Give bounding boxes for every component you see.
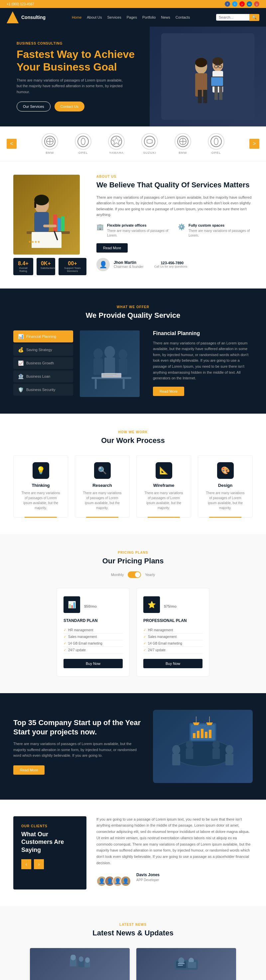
process-step-thinking-desc: There are many variations of passages of… (20, 490, 61, 511)
person-title: Chairman & founder (114, 265, 144, 269)
nav-links: Home About Us Services Pages Portfolio N… (72, 15, 190, 19)
twitter-icon[interactable]: t (232, 1, 238, 6)
brand-logo-opel-1 (75, 133, 92, 150)
hero-contact-button[interactable]: Contact Us (55, 102, 84, 111)
process-step-design: 🎨 Design There are many variations of pa… (198, 455, 253, 517)
process-step-research-desc: There are many variations of passages of… (82, 490, 123, 511)
read-more-button[interactable]: Read More (97, 243, 128, 253)
plan-professional-name: PROFESSIONAL PLAN (143, 618, 203, 623)
logo[interactable]: Consulting (7, 11, 46, 23)
svg-point-68 (225, 745, 233, 754)
services-tabs: 📊 Financial Planning 💰 Saving Strategy 📈… (13, 331, 73, 397)
cta-title-line1: Top 35 Company Start up of the Year (13, 718, 141, 727)
services-visual (80, 331, 140, 397)
svg-rect-59 (201, 729, 204, 738)
feature-offices-text: Flexible private offices There are many … (107, 223, 171, 238)
service-detail-title: Financial Planning (153, 331, 253, 336)
svg-rect-69 (225, 754, 233, 765)
svg-rect-85 (178, 963, 185, 964)
about-image-col: ★★★★ 8.4+ Overall Rating 0K+ Satisfactio… (13, 175, 87, 275)
standard-feature-4: 24/7 update (63, 647, 123, 654)
nav-news[interactable]: News (161, 15, 170, 19)
service-tab-financial[interactable]: 📊 Financial Planning (13, 331, 73, 342)
standard-feature-3: 14 GB Email marketing (63, 640, 123, 647)
offices-icon: 🏢 (97, 223, 104, 231)
process-step-thinking-title: Thinking (20, 483, 61, 488)
service-tab-saving[interactable]: 💰 Saving Strategy (13, 344, 73, 356)
brands-prev-button[interactable]: < (7, 139, 17, 149)
loan-icon: 🏦 (18, 374, 24, 379)
professional-feature-1: HR management (143, 627, 203, 633)
youtube-icon[interactable]: y (239, 1, 245, 6)
standard-buy-button[interactable]: Buy Now (63, 659, 123, 668)
pricing-card-standard: 📊 $50/mo STANDARD PLAN HR management Sal… (57, 588, 130, 676)
cta-read-more-button[interactable]: Read More (13, 765, 44, 775)
growth-icon: 📈 (18, 360, 24, 366)
nav-pages[interactable]: Pages (127, 15, 137, 19)
googleplus-icon[interactable]: g (254, 1, 259, 6)
stat-team-number: 00+ (62, 261, 82, 267)
brand-suzuki: SUZUKI (136, 133, 163, 154)
person-info: Jhon Martin Chairman & founder (114, 260, 144, 269)
service-tab-growth[interactable]: 📈 Business Growth (13, 357, 73, 369)
svg-rect-65 (186, 748, 193, 759)
pricing-toggle-switch[interactable] (128, 571, 141, 578)
search-button[interactable]: 🔍 (249, 14, 259, 21)
professional-feature-2: Sales management (143, 633, 203, 640)
about-image: ★★★★ (13, 175, 80, 255)
svg-rect-45 (104, 357, 115, 376)
hero-services-button[interactable]: Our Services (17, 102, 51, 111)
testimonial-prev-button[interactable]: ‹ (21, 859, 31, 869)
svg-point-66 (212, 740, 220, 749)
facebook-icon[interactable]: f (225, 1, 230, 6)
svg-rect-57 (193, 733, 195, 738)
custom-icon: ⚙️ (178, 223, 186, 231)
reviewer-avatars: 👤 👤 👤 👤 (97, 876, 131, 886)
brands-section: < BMW OPEL YAMAHA SUZUKI (0, 126, 266, 161)
service-tab-security[interactable]: 🛡️ Business Security (13, 384, 73, 396)
stat-rating-label: Overall Rating (17, 267, 29, 272)
brands-next-button[interactable]: > (249, 139, 259, 149)
service-tab-loan-label: Business Loan (26, 374, 50, 379)
plan-professional-price: $75/mo (164, 599, 177, 610)
svg-point-20 (81, 138, 85, 145)
nav-portfolio[interactable]: Portfolio (142, 15, 156, 19)
service-detail: Financial Planning There are many variat… (146, 331, 253, 397)
nav-about[interactable]: About Us (87, 15, 102, 19)
linkedin-icon[interactable]: in (247, 1, 252, 6)
news-section: Latest News Latest News & Updates ‹ Styl… (0, 906, 266, 980)
testimonials-right: If you are going to use a passage of Lor… (97, 816, 253, 890)
svg-point-77 (79, 956, 84, 962)
service-read-more-button[interactable]: Read More (153, 387, 184, 396)
feature-offices: 🏢 Flexible private offices There are man… (97, 223, 171, 238)
svg-point-64 (186, 740, 193, 749)
service-tab-saving-label: Saving Strategy (26, 348, 52, 352)
testimonial-next-button[interactable]: › (34, 859, 44, 869)
professional-buy-button[interactable]: Buy Now (143, 659, 203, 668)
plan-standard-price: $50/mo (84, 599, 97, 610)
person-phone-label: Call Us for any questions (154, 265, 188, 268)
cta-title-line2: Start your projects now. (13, 728, 97, 736)
svg-rect-60 (205, 732, 207, 738)
brand-bmw-2: BMW (169, 133, 196, 154)
nav-services[interactable]: Services (108, 15, 121, 19)
svg-rect-61 (209, 730, 211, 738)
brand-name-bmw-2: BMW (179, 151, 187, 154)
process-step-thinking: 💡 Thinking There are many variations of … (13, 455, 68, 517)
about-title: We Believe That Quality Of Services Matt… (97, 180, 253, 190)
process-step-wireframe: 📐 Wireframe There are many variations of… (136, 455, 191, 517)
svg-point-19 (78, 136, 89, 147)
service-tab-loan[interactable]: 🏦 Business Loan (13, 371, 73, 382)
process-step-research: 🔍 Research There are many variations of … (75, 455, 130, 517)
process-step-design-title: Design (205, 483, 246, 488)
stat-rating-number: 8.4+ (17, 261, 29, 267)
process-step-design-desc: There are many variations of passages of… (205, 490, 246, 511)
plan-standard-name: STANDARD PLAN (63, 618, 123, 623)
news-card-2: How to Manage Business's Online Reputati… (136, 948, 236, 980)
svg-point-54 (173, 740, 233, 766)
svg-text:★★★★: ★★★★ (28, 240, 40, 243)
svg-rect-53 (103, 376, 113, 376)
nav-home[interactable]: Home (72, 15, 81, 19)
search-input[interactable] (216, 14, 249, 21)
nav-contacts[interactable]: Contacts (176, 15, 190, 19)
